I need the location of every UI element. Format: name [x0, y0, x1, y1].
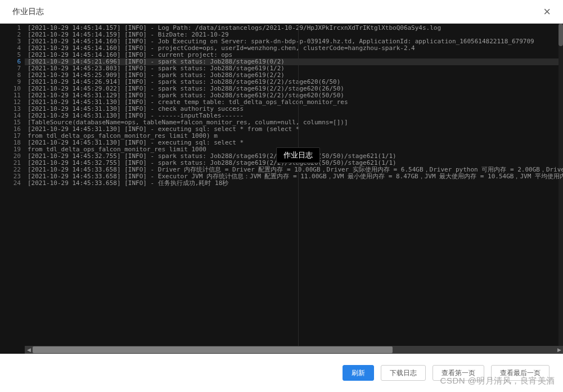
close-icon[interactable]: × — [543, 4, 551, 19]
refresh-button[interactable]: 刷新 — [343, 365, 374, 381]
log-content[interactable]: [2021-10-29 14:45:14.157] [INFO] - Log P… — [25, 24, 563, 346]
line-gutter: 123456789101112131415161718192021222324 — [0, 24, 25, 346]
dialog-footer: 刷新 下载日志 查看第一页 查看最后一页 — [0, 354, 563, 392]
scroll-left-icon[interactable]: ◀ — [25, 346, 33, 354]
editor-ruler — [298, 24, 299, 346]
log-viewer: 123456789101112131415161718192021222324 … — [0, 24, 563, 346]
scroll-right-icon[interactable]: ▶ — [555, 346, 563, 354]
horizontal-scrollbar-thumb[interactable] — [33, 346, 393, 353]
tooltip: 作业日志 — [276, 147, 320, 163]
horizontal-scrollbar: ◀ ▶ — [0, 346, 563, 354]
hscroll-gutter-cap — [0, 346, 25, 354]
download-log-button[interactable]: 下载日志 — [381, 365, 426, 381]
dialog-title: 作业日志 — [12, 7, 44, 17]
last-page-button[interactable]: 查看最后一页 — [491, 365, 550, 381]
log-line: [2021-10-29 14:45:33.658] [INFO] - 任务执行成… — [28, 180, 563, 187]
first-page-button[interactable]: 查看第一页 — [433, 365, 484, 381]
dialog-header: 作业日志 × — [0, 0, 563, 24]
line-number: 24 — [0, 180, 21, 187]
